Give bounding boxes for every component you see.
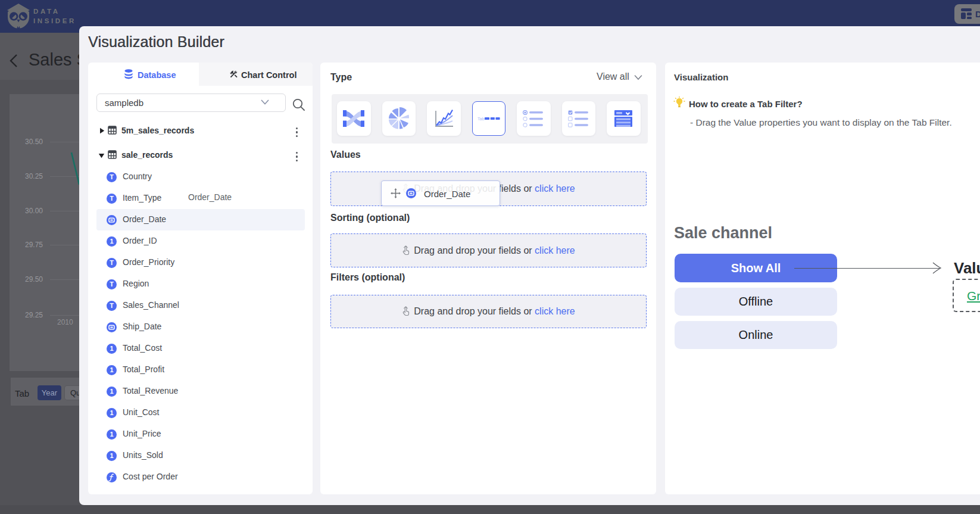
svg-text:Tab: Tab: [477, 116, 484, 120]
